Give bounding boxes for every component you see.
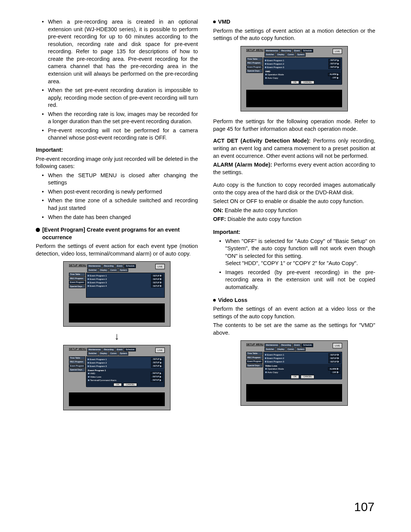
- important-intro: Pre-event recording image only just reco…: [36, 156, 198, 170]
- right-important-bullets: When "OFF" is selected for "Auto Copy" o…: [213, 238, 375, 291]
- off-line: OFF: Disable the auto copy function: [213, 216, 375, 223]
- page-number: 107: [354, 499, 374, 515]
- left-important-bullets: When the SETUP MENU is closed after chan…: [36, 172, 198, 221]
- event-program-intro: Perform the settings of event action for…: [36, 243, 198, 257]
- bullet: When the set pre-event recording duratio…: [36, 87, 198, 109]
- bullet-icon: [36, 228, 40, 232]
- autocopy-p2: Select ON or OFF to enable or disable th…: [213, 198, 375, 205]
- bullet: When the time zone of a schedule switche…: [36, 197, 198, 212]
- event-program-heading: [Event Program] Create event programs fo…: [36, 226, 198, 241]
- bullet: When "OFF" is selected for "Auto Copy" o…: [213, 238, 375, 267]
- vmd-intro: Perform the settings of event action at …: [213, 27, 375, 42]
- important-label: Important:: [213, 229, 241, 235]
- figure-event-program-1: SETUP MENU MaintenanceRecordingEventSche…: [36, 345, 198, 413]
- vmd-heading: VMD: [213, 18, 375, 26]
- on-line: ON: Enable the auto copy function: [213, 207, 375, 214]
- bullet-icon: [213, 21, 216, 23]
- figure-video-loss: SETUP MENU MaintenanceRecordingEventSche…: [213, 340, 375, 408]
- bullet: When the recording rate is low, images m…: [36, 111, 198, 125]
- bullet: When the date has been changed: [36, 214, 198, 221]
- bullet: Pre-event recording will not be performe…: [36, 127, 198, 142]
- videoloss-p1: Perform the settings of an event action …: [213, 305, 375, 320]
- def-alarm: ALARM (Alarm Mode): Performs every event…: [213, 161, 375, 176]
- bullet: When the SETUP MENU is closed after chan…: [36, 172, 198, 187]
- bullet-icon: [213, 299, 216, 302]
- bullet: When post-event recording is newly perfo…: [36, 188, 198, 196]
- videoloss-p2: The contents to be set are the same as t…: [213, 322, 375, 337]
- vmd-after-fig: Perform the settings for the following o…: [213, 118, 375, 133]
- right-column: VMD Perform the settings of event action…: [213, 18, 375, 417]
- figure-event-program-list: SETUP MENU MaintenanceRecordingEventSche…: [36, 261, 198, 329]
- autocopy-p1: Auto copy is the function to copy record…: [213, 181, 375, 196]
- bullet: Images recorded (by pre-event recording)…: [213, 269, 375, 291]
- video-loss-heading: Video Loss: [213, 297, 375, 304]
- important-label: Important:: [36, 147, 63, 153]
- bullet: When a pre-recording area is created in …: [36, 18, 198, 85]
- down-arrow-icon: ↓: [36, 331, 198, 341]
- left-column: When a pre-recording area is created in …: [36, 18, 198, 417]
- figure-vmd: SETUP MENU MaintenanceRecordingEventSche…: [213, 46, 375, 114]
- def-act-det: ACT DET (Activity Detection Mode): Perfo…: [213, 137, 375, 160]
- left-bullets-1: When a pre-recording area is created in …: [36, 18, 198, 142]
